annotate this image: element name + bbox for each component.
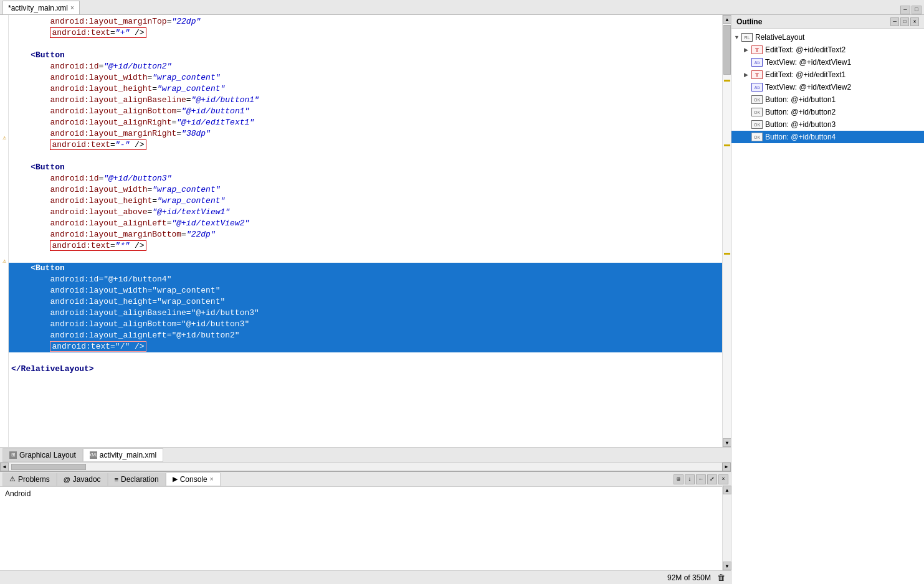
line-b3-id-content: android:id="@+id/button3" xyxy=(11,173,171,184)
tab-problems-label: Problems xyxy=(18,475,50,484)
main-content: ⚠ ⚠ android:layout_marginTop="22dp" andr xyxy=(0,15,924,584)
line-b2-ar-content: android:layout_alignRight="@+id/editText… xyxy=(11,117,254,128)
line-b4-tag: <Button xyxy=(11,263,65,274)
h-scroll-right[interactable]: ▶ xyxy=(722,463,731,471)
maximize-button[interactable]: □ xyxy=(912,6,922,14)
line-b3-text-content: android:text="*" /> xyxy=(11,240,146,252)
tv2-label: TextView: @+id/textView2 xyxy=(765,83,851,92)
bottom-panel-controls: ⊞ ↓ ← ⤢ × xyxy=(674,474,728,484)
warning-gutter: ⚠ ⚠ xyxy=(0,15,9,447)
outline-title: Outline xyxy=(736,17,762,26)
tab-console[interactable]: ▶ Console × xyxy=(166,473,221,486)
bottom-panel-content: Android xyxy=(0,487,731,570)
line-b4-w-content: android:layout_width="wrap_content" xyxy=(11,285,220,296)
outline-item-button4[interactable]: OK Button: @+id/button4 xyxy=(731,131,924,143)
editor-title-tab[interactable]: *activity_main.xml × xyxy=(2,1,80,14)
outline-item-textview2[interactable]: Ab TextView: @+id/textView2 xyxy=(731,81,924,93)
scroll-up-button[interactable]: ▲ xyxy=(723,15,731,24)
h-scroll-thumb[interactable] xyxy=(11,464,86,470)
minimize-button[interactable]: ─ xyxy=(900,6,910,14)
scroll-marker-2 xyxy=(724,144,730,146)
memory-info: 92M of 350M xyxy=(667,573,711,582)
code-line-b3-above: android:layout_above="@+id/textView1" xyxy=(9,207,722,218)
code-line-b4-al: android:layout_alignLeft="@+id/button2" xyxy=(9,330,722,341)
outline-close[interactable]: × xyxy=(910,17,919,26)
rl-arrow: ▼ xyxy=(734,34,741,40)
outline-item-relative-layout[interactable]: ▼ RL RelativeLayout xyxy=(731,31,924,44)
b2-icon: OK xyxy=(751,108,763,116)
et2-arrow: ▶ xyxy=(744,47,751,53)
code-content: android:layout_marginTop="22dp" android:… xyxy=(9,15,722,376)
code-line-close: </RelativeLayout> xyxy=(9,364,722,375)
bp-scroll-down[interactable]: ▼ xyxy=(723,562,731,570)
bp-ctrl-5[interactable]: × xyxy=(718,474,728,484)
line-b3-h-content: android:layout_height="wrap_content" xyxy=(11,195,225,207)
bp-ctrl-3[interactable]: ← xyxy=(696,474,706,484)
gc-button[interactable]: 🗑 xyxy=(716,573,726,583)
tab-declaration[interactable]: ≡ Declaration xyxy=(108,473,166,486)
rl-icon: RL xyxy=(741,33,753,42)
tab-console-label: Console xyxy=(180,475,207,484)
outline-item-button1[interactable]: OK Button: @+id/button1 xyxy=(731,93,924,106)
outline-item-textview1[interactable]: Ab TextView: @+id/textView1 xyxy=(731,56,924,68)
line-2-content: android:text="+" /> xyxy=(11,27,146,39)
code-line-b2-h: android:layout_height="wrap_content" xyxy=(9,83,722,95)
line-close-content: </RelativeLayout> xyxy=(11,364,94,375)
outline-content: ▼ RL RelativeLayout ▶ T EditText: @+id/e… xyxy=(731,29,924,584)
code-scroll-area[interactable]: android:layout_marginTop="22dp" android:… xyxy=(9,15,722,447)
xml-tab-icon: XML xyxy=(90,451,97,459)
code-line-empty-2 xyxy=(9,151,722,162)
code-line-b2-id: android:id="@+id/button2" xyxy=(9,61,722,72)
code-line-b3-text: android:text="*" /> xyxy=(9,240,722,252)
outline-minimize[interactable]: ─ xyxy=(890,17,899,26)
line-b3-above-content: android:layout_above="@+id/textView1" xyxy=(11,207,230,218)
code-line-empty-4 xyxy=(9,352,722,364)
scroll-marker-3 xyxy=(724,253,730,255)
status-bar-right: 92M of 350M 🗑 xyxy=(667,573,726,583)
line-b2-id-content: android:id="@+id/button2" xyxy=(11,61,171,72)
line-b2-w-content: android:layout_width="wrap_content" xyxy=(11,72,220,83)
code-line-b2-w: android:layout_width="wrap_content" xyxy=(9,72,722,83)
tab-problems[interactable]: ⚠ Problems xyxy=(2,473,57,486)
scroll-thumb[interactable] xyxy=(723,25,731,75)
code-line-b4-abottom: android:layout_alignBottom="@+id/button3… xyxy=(9,319,722,330)
line-b4-al-content: android:layout_alignLeft="@+id/button2" xyxy=(11,330,240,341)
tv1-label: TextView: @+id/textView1 xyxy=(765,58,851,67)
h-scroll-left[interactable]: ◀ xyxy=(0,463,9,471)
tv2-icon: Ab xyxy=(751,83,763,92)
b4-label: Button: @+id/button4 xyxy=(765,133,836,141)
console-close-icon[interactable]: × xyxy=(210,476,214,483)
code-line-b2-mr: android:layout_marginRight="38dp" xyxy=(9,128,722,139)
bp-right-scrollbar[interactable]: ▲ ▼ xyxy=(722,486,731,570)
code-line-button4-open: <Button xyxy=(9,263,722,274)
bp-ctrl-2[interactable]: ↓ xyxy=(685,474,695,484)
h-scrollbar[interactable]: ◀ ▶ xyxy=(0,462,731,471)
tab-activity-main-xml[interactable]: XML activity_main.xml xyxy=(83,448,163,462)
tab-javadoc[interactable]: @ Javadoc xyxy=(57,473,108,486)
title-bar: *activity_main.xml × ─ □ xyxy=(0,0,924,15)
warning-icon-2: ⚠ xyxy=(1,256,8,266)
outline-item-button2[interactable]: OK Button: @+id/button2 xyxy=(731,106,924,118)
outline-item-edittext2[interactable]: ▶ T EditText: @+id/editText2 xyxy=(731,44,924,56)
editor-title-tab-close[interactable]: × xyxy=(70,4,74,11)
line-b2-abottom-content: android:layout_alignBottom="@+id/button1… xyxy=(11,106,249,117)
line-b2-h-content: android:layout_height="wrap_content" xyxy=(11,83,225,95)
tab-graphical-layout[interactable]: ⊞ Graphical Layout xyxy=(2,448,83,462)
tab-declaration-label: Declaration xyxy=(121,475,159,484)
declaration-icon: ≡ xyxy=(115,476,118,483)
editor-bottom-tabs: ⊞ Graphical Layout XML activity_main.xml xyxy=(0,447,731,462)
code-line-empty-3 xyxy=(9,252,722,263)
bp-ctrl-1[interactable]: ⊞ xyxy=(674,474,683,484)
b1-icon: OK xyxy=(751,95,763,104)
bp-scroll-up[interactable]: ▲ xyxy=(723,486,731,494)
scroll-down-button[interactable]: ▼ xyxy=(723,438,731,447)
h-scroll-track xyxy=(9,464,722,470)
outline-maximize[interactable]: □ xyxy=(900,17,909,26)
bp-ctrl-4[interactable]: ⤢ xyxy=(707,474,717,484)
editor-area: ⚠ ⚠ android:layout_marginTop="22dp" andr xyxy=(0,15,731,447)
outline-title-bar: Outline ─ □ × xyxy=(731,15,924,29)
line-b4-id-content: android:id="@+id/button4" xyxy=(11,274,171,285)
outline-item-button3[interactable]: OK Button: @+id/button3 xyxy=(731,118,924,131)
code-line-b4-text: android:text="/" /> xyxy=(9,341,722,352)
outline-item-edittext1[interactable]: ▶ T EditText: @+id/editText1 xyxy=(731,68,924,81)
